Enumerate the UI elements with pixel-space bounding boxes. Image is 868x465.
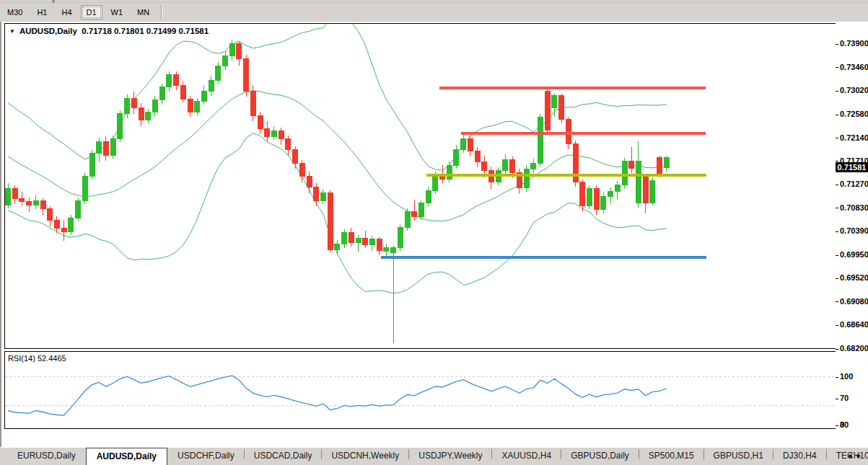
price-chart-pane[interactable]: ▼AUDUSD,Daily 0.71718 0.71801 0.71499 0.…	[4, 23, 837, 349]
rsi-levels	[5, 376, 836, 405]
chart-tab-gbpusd-daily[interactable]: GBPUSD,Daily	[561, 448, 639, 465]
chart-tab-gbpusd-h1[interactable]: GBPUSD,H1	[703, 448, 773, 465]
chart-tab-dj30-h4[interactable]: DJ30,H4	[773, 448, 827, 465]
candles-layer	[6, 40, 670, 343]
chart-tab-sp500-m15[interactable]: SP500,M15	[639, 448, 704, 465]
timeframe-button-d1[interactable]: D1	[81, 5, 102, 19]
price-axis-label: 0.68640	[836, 320, 868, 329]
rsi-canvas[interactable]	[5, 352, 836, 428]
price-axis-label: 0.70390	[836, 226, 868, 235]
chart-window: ▼AUDUSD,Daily 0.71718 0.71801 0.71499 0.…	[0, 22, 868, 447]
price-axis-label: 0.73020	[836, 86, 868, 94]
symbol-dropdown-icon[interactable]: ▼	[9, 28, 15, 35]
chart-tab-usdcad-daily[interactable]: USDCAD,Daily	[244, 448, 323, 465]
chart-tab-usdjpy-weekly[interactable]: USDJPY,Weekly	[408, 448, 492, 465]
chart-tab-usdchf-daily[interactable]: USDCHF,Daily	[167, 448, 245, 465]
timeframe-button-mn[interactable]: MN	[131, 5, 155, 19]
timeframe-button-h1[interactable]: H1	[31, 5, 53, 19]
price-axis-label: 0.69520	[836, 273, 868, 282]
tab-separator	[773, 449, 773, 459]
price-axis-label: 0.70830	[836, 203, 868, 212]
price-axis-label: 0.72580	[836, 110, 868, 118]
tab-separator	[491, 449, 492, 459]
tab-scroll-right-icon[interactable]: ►	[856, 452, 865, 459]
price-axis-label: 0.72140	[836, 133, 868, 142]
price-axis-label: 0.69950	[836, 250, 868, 259]
rsi-axis-label: 70	[836, 394, 849, 402]
toolbar-separator	[161, 5, 162, 19]
timeframe-button-w1[interactable]: W1	[105, 5, 129, 19]
rsi-line	[8, 376, 667, 415]
tab-strip: EURUSD,DailyAUDUSD,DailyUSDCHF,DailyUSDC…	[7, 448, 868, 465]
timeframe-button-m30[interactable]: M30	[1, 5, 28, 19]
price-axis-label: 0.69080	[836, 297, 868, 306]
chart-tab-bar: EURUSD,DailyAUDUSD,DailyUSDCHF,DailyUSDC…	[0, 447, 868, 465]
price-axis-label: 0.73900	[836, 39, 868, 48]
rsi-axis-label: 100	[836, 372, 853, 381]
chart-tab-xauusd-h4[interactable]: XAUUSD,H4	[491, 448, 561, 465]
tab-separator	[321, 449, 322, 459]
price-axis-label: 0.71270	[836, 180, 868, 188]
price-axis[interactable]: 0.739000.734600.730200.725800.721400.717…	[836, 22, 868, 430]
chart-title: ▼AUDUSD,Daily 0.71718 0.71801 0.71499 0.…	[9, 27, 209, 35]
price-axis-label: 0.73460	[836, 63, 868, 71]
price-axis-label: 0.68200	[836, 344, 868, 353]
rsi-axis-label: 0	[836, 420, 844, 429]
tab-separator	[561, 449, 561, 459]
tab-separator	[244, 449, 245, 459]
timeframe-button-h4[interactable]: H4	[56, 5, 77, 19]
chart-tab-usdcnh-weekly[interactable]: USDCNH,Weekly	[321, 448, 409, 465]
price-chart-canvas[interactable]	[5, 24, 836, 348]
tab-separator	[703, 449, 704, 459]
rsi-indicator-pane[interactable]: RSI(14) 52.4465	[4, 351, 837, 429]
tab-scroll-left-icon[interactable]: ◄	[846, 452, 856, 459]
current-price-tag: 0.71581	[836, 162, 868, 172]
chart-symbol: AUDUSD,Daily	[19, 27, 77, 35]
chart-ohlc-values: 0.71718 0.71801 0.71499 0.71581	[82, 27, 209, 35]
tab-separator	[639, 449, 639, 459]
rsi-label: RSI(14) 52.4465	[8, 354, 66, 363]
tab-separator	[408, 449, 409, 459]
tab-scroll-arrows: ◄►	[846, 452, 865, 459]
tab-separator	[826, 449, 827, 459]
chart-tab-audusd-daily[interactable]: AUDUSD,Daily	[86, 448, 167, 465]
timeframe-toolbar: M30H1H4D1W1MN	[0, 3, 868, 22]
chart-tab-eurusd-daily[interactable]: EURUSD,Daily	[7, 448, 86, 465]
